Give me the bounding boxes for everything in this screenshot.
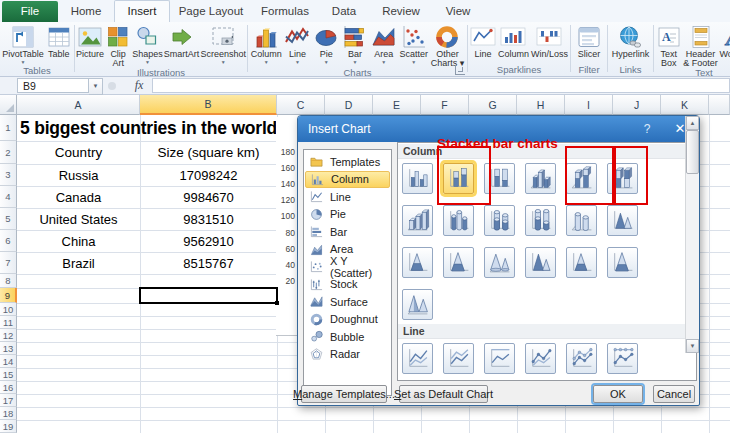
column-header-K[interactable]: K xyxy=(661,95,709,115)
chart-category-pie[interactable]: Pie xyxy=(305,206,390,224)
ribbon-button-table[interactable]: Table xyxy=(46,24,72,59)
chart-category-doughnut[interactable]: Doughnut xyxy=(305,311,390,329)
chart-type-clustered-pyramid-icon[interactable] xyxy=(525,247,556,278)
ribbon-button-scatter[interactable]: Scatter▼ xyxy=(399,24,428,65)
column-header-B[interactable]: B xyxy=(140,95,277,115)
chart-category-bubble[interactable]: Bubble xyxy=(305,328,390,346)
tab-insert[interactable]: Insert xyxy=(114,0,170,22)
name-box-dropdown-icon[interactable]: ▼ xyxy=(89,78,103,95)
manage-templates--button[interactable]: Manage Templates... xyxy=(301,385,387,403)
chart-type-clustered-column-icon[interactable] xyxy=(402,163,433,194)
formula-input[interactable] xyxy=(152,78,730,93)
ribbon-button-column[interactable]: Column▼ xyxy=(251,24,282,65)
chart-type-3d-pyramid-icon[interactable] xyxy=(402,289,433,320)
cell-B5[interactable]: 9831510 xyxy=(140,208,277,230)
chart-type-stacked-pyramid-icon[interactable] xyxy=(566,247,597,278)
row-header-17[interactable]: 17 xyxy=(0,394,17,407)
row-header-19[interactable]: 19 xyxy=(0,420,17,433)
column-header-partial[interactable] xyxy=(709,95,730,115)
chart-type-3d-clustered-column-icon[interactable] xyxy=(525,163,556,194)
insert-function-icon[interactable]: fx xyxy=(128,78,150,93)
tab-data[interactable]: Data xyxy=(318,1,370,22)
chart-type-stacked-line-with-markers-icon[interactable] xyxy=(566,343,597,374)
cell-B2-header[interactable]: Size (square km) xyxy=(140,141,277,164)
ribbon-button-other-charts[interactable]: OtherCharts ▾ xyxy=(431,24,465,67)
selected-cell-outline[interactable] xyxy=(139,287,278,304)
chart-type-3d-cone-icon[interactable] xyxy=(484,247,515,278)
chart-category-bar[interactable]: Bar xyxy=(305,223,390,241)
ribbon-button-shapes[interactable]: Shapes▼ xyxy=(132,24,163,65)
tab-file[interactable]: File xyxy=(2,1,58,22)
chart-type-stacked-line-icon[interactable] xyxy=(443,343,474,374)
fill-handle[interactable] xyxy=(275,301,279,305)
column-header-C[interactable]: C xyxy=(277,95,325,115)
ribbon-button-wordart[interactable]: AWordArt xyxy=(719,24,730,59)
chart-type-3d-cylinder-icon[interactable] xyxy=(566,205,597,236)
ribbon-button-slicer[interactable]: Slicer xyxy=(576,24,602,59)
ribbon-button-line[interactable]: Line xyxy=(470,24,496,59)
chart-category-x-y-scatter-[interactable]: X Y (Scatter) xyxy=(305,258,390,276)
gallery-scrollbar[interactable]: ▲ ▼ xyxy=(685,116,699,353)
ribbon-button-pie[interactable]: Pie▼ xyxy=(313,24,339,65)
ribbon-button-bar[interactable]: Bar▼ xyxy=(342,24,368,65)
cell-A3[interactable]: Russia xyxy=(17,164,140,186)
column-header-D[interactable]: D xyxy=(325,95,373,115)
scrollbar-down-icon[interactable]: ▼ xyxy=(686,339,699,353)
cell-A2-header[interactable]: Country xyxy=(17,141,140,164)
row-header-7[interactable]: 7 xyxy=(0,252,17,274)
chart-type-stacked-cylinder-icon[interactable] xyxy=(484,205,515,236)
cell-B6[interactable]: 9562910 xyxy=(140,230,277,252)
ribbon-button-hyperlink[interactable]: Hyperlink xyxy=(612,24,650,59)
chart-type-stacked-cone-icon[interactable] xyxy=(402,247,433,278)
chart-category-templates[interactable]: Templates xyxy=(305,153,390,171)
ribbon-button-picture[interactable]: Picture xyxy=(76,24,104,59)
scrollbar-up-icon[interactable]: ▲ xyxy=(686,116,699,130)
chart-category-surface[interactable]: Surface xyxy=(305,293,390,311)
cell-A7[interactable]: Brazil xyxy=(17,252,140,274)
chart-type-line-with-markers-icon[interactable] xyxy=(525,343,556,374)
ok-button[interactable]: OK xyxy=(593,385,643,403)
scrollbar-thumb[interactable] xyxy=(686,130,699,174)
ribbon-button-smartart[interactable]: SmartArt xyxy=(164,24,200,59)
cell-A6[interactable]: China xyxy=(17,230,140,252)
column-header-A[interactable]: A xyxy=(17,95,140,115)
ribbon-button-header-footer[interactable]: Header& Footer xyxy=(683,24,718,67)
column-header-H[interactable]: H xyxy=(517,95,565,115)
ribbon-button-line[interactable]: Line▼ xyxy=(284,24,310,65)
row-header-15[interactable]: 15 xyxy=(0,368,17,381)
column-header-J[interactable]: J xyxy=(613,95,661,115)
row-header-4[interactable]: 4 xyxy=(0,186,17,208)
row-header-14[interactable]: 14 xyxy=(0,355,17,368)
cell-B4[interactable]: 9984670 xyxy=(140,186,277,208)
row-header-9[interactable]: 9 xyxy=(0,288,17,303)
cell-B3[interactable]: 17098242 xyxy=(140,164,277,186)
chart-type-100pct-stacked-cylinder-icon[interactable] xyxy=(525,205,556,236)
column-header-F[interactable]: F xyxy=(421,95,469,115)
set-as-default-chart-button[interactable]: Set as Default Chart xyxy=(399,385,488,403)
row-header-5[interactable]: 5 xyxy=(0,208,17,230)
row-header-16[interactable]: 16 xyxy=(0,381,17,394)
row-header-3[interactable]: 3 xyxy=(0,164,17,186)
tab-view[interactable]: View xyxy=(432,1,484,22)
tab-formulas[interactable]: Formulas xyxy=(252,1,318,22)
cancel-button[interactable]: Cancel xyxy=(653,385,695,403)
cell-A1-title[interactable]: 5 biggest countries in the world xyxy=(3,115,294,141)
chart-category-column[interactable]: Column xyxy=(305,171,390,189)
row-header-18[interactable]: 18 xyxy=(0,407,17,420)
chart-type-clustered-cone-icon[interactable] xyxy=(607,205,638,236)
chart-type-100pct-stacked-line-with-markers-icon[interactable] xyxy=(607,343,638,374)
tab-review[interactable]: Review xyxy=(370,1,432,22)
row-header-13[interactable]: 13 xyxy=(0,342,17,355)
chart-type-100pct-stacked-pyramid-icon[interactable] xyxy=(607,247,638,278)
row-header-12[interactable]: 12 xyxy=(0,329,17,342)
ribbon-button-area[interactable]: Area▼ xyxy=(371,24,397,65)
cell-B7[interactable]: 8515767 xyxy=(140,252,277,274)
cell-A4[interactable]: Canada xyxy=(17,186,140,208)
row-header-8[interactable]: 8 xyxy=(0,274,17,288)
chart-type-3d-column-icon[interactable] xyxy=(402,205,433,236)
ribbon-button-clip-art[interactable]: ClipArt xyxy=(105,24,131,67)
chart-category-radar[interactable]: Radar xyxy=(305,346,390,364)
name-box[interactable]: B9 xyxy=(17,78,89,93)
column-header-I[interactable]: I xyxy=(565,95,613,115)
ribbon-button-column[interactable]: Column xyxy=(498,24,529,59)
